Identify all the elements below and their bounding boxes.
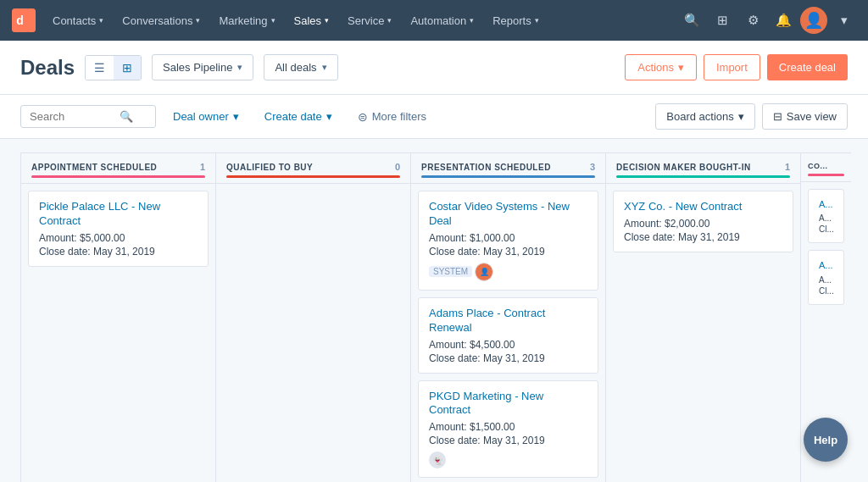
col-header-appointment: APPOINTMENT SCHEDULED 1 bbox=[21, 153, 215, 184]
import-button[interactable]: Import bbox=[704, 54, 760, 80]
all-deals-dropdown[interactable]: All deals ▾ bbox=[264, 54, 337, 80]
col-body-partial: A... A... Cl... A... A... Cl... bbox=[801, 182, 851, 312]
deal-avatar: 👤 bbox=[475, 263, 493, 281]
create-date-filter[interactable]: Create date ▾ bbox=[256, 105, 341, 128]
col-body-qualified bbox=[216, 184, 410, 482]
col-bar-qualified bbox=[226, 175, 400, 178]
notifications-icon-btn[interactable]: 🔔 bbox=[770, 7, 797, 34]
col-body-appointment: Pickle Palace LLC - New Contract Amount:… bbox=[21, 184, 215, 482]
nav-marketing[interactable]: Marketing ▾ bbox=[210, 9, 283, 32]
nav-contacts-chevron: ▾ bbox=[99, 16, 103, 25]
search-icon: 🔍 bbox=[120, 110, 133, 123]
deal-icon-footer: 👻 bbox=[429, 452, 587, 468]
column-qualified-to-buy: QUALIFIED TO BUY 0 Total: $0 bbox=[215, 152, 410, 482]
header-actions: Actions ▾ Import Create deal bbox=[625, 54, 848, 80]
deal-card[interactable]: Adams Place - Contract Renewal Amount: $… bbox=[418, 297, 598, 374]
help-button[interactable]: Help bbox=[804, 418, 848, 462]
filters-right: Board actions ▾ ⊟ Save view bbox=[655, 103, 848, 130]
top-nav: d Contacts ▾ Conversations ▾ Marketing ▾… bbox=[0, 0, 868, 41]
column-presentation-scheduled: PRESENTATION SCHEDULED 3 Costar Video Sy… bbox=[410, 152, 605, 482]
more-filters-button[interactable]: ⊜ More filters bbox=[349, 105, 435, 129]
board-actions-button[interactable]: Board actions ▾ bbox=[655, 103, 755, 130]
col-header-partial: CO... bbox=[801, 153, 851, 182]
deal-avatar-label: SYSTEM bbox=[429, 266, 472, 277]
nav-right-actions: 🔍 ⊞ ⚙ 🔔 👤 ▾ bbox=[678, 7, 858, 34]
nav-marketing-chevron: ▾ bbox=[271, 16, 275, 25]
svg-rect-0 bbox=[12, 8, 36, 32]
app-logo: d bbox=[10, 7, 37, 34]
deal-owner-filter[interactable]: Deal owner ▾ bbox=[164, 105, 248, 128]
col-header-presentation: PRESENTATION SCHEDULED 3 bbox=[411, 153, 605, 184]
col-bar-decision bbox=[616, 175, 790, 178]
search-icon-btn[interactable]: 🔍 bbox=[678, 7, 705, 34]
column-appointment-scheduled: APPOINTMENT SCHEDULED 1 Pickle Palace LL… bbox=[20, 152, 215, 482]
col-header-decision: DECISION MAKER BOUGHT-IN 1 bbox=[606, 153, 800, 184]
deal-card[interactable]: Costar Video Systems - New Deal Amount: … bbox=[418, 191, 598, 291]
col-bar-presentation bbox=[421, 175, 595, 178]
nav-service[interactable]: Service ▾ bbox=[339, 9, 400, 32]
save-icon: ⊟ bbox=[773, 110, 782, 123]
nav-automation-chevron: ▾ bbox=[470, 16, 474, 25]
col-bar-partial bbox=[808, 174, 844, 176]
create-deal-button[interactable]: Create deal bbox=[767, 54, 848, 80]
deal-card-partial-2[interactable]: A... A... Cl... bbox=[808, 250, 844, 304]
svg-text:d: d bbox=[16, 14, 24, 27]
deal-owner-chevron-icon: ▾ bbox=[233, 110, 239, 123]
search-wrap: 🔍 bbox=[20, 105, 156, 128]
search-input[interactable] bbox=[30, 110, 114, 123]
view-toggle: ☰ ⊞ bbox=[85, 55, 142, 80]
ghost-icon: 👻 bbox=[429, 452, 446, 468]
page-title: Deals bbox=[20, 56, 75, 80]
nav-conversations[interactable]: Conversations ▾ bbox=[114, 9, 209, 32]
list-view-btn[interactable]: ☰ bbox=[86, 56, 114, 80]
nav-reports-chevron: ▾ bbox=[535, 16, 539, 25]
board-actions-chevron-icon: ▾ bbox=[738, 110, 744, 123]
board-view-btn[interactable]: ⊞ bbox=[114, 56, 141, 80]
save-view-button[interactable]: ⊟ Save view bbox=[762, 103, 848, 130]
nav-reports[interactable]: Reports ▾ bbox=[484, 9, 548, 32]
col-header-qualified: QUALIFIED TO BUY 0 bbox=[216, 153, 410, 184]
nav-conversations-chevron: ▾ bbox=[196, 16, 200, 25]
pipeline-dropdown[interactable]: Sales Pipeline ▾ bbox=[152, 54, 253, 80]
deal-card[interactable]: XYZ Co. - New Contract Amount: $2,000.00… bbox=[613, 191, 793, 252]
settings-icon-btn[interactable]: ⚙ bbox=[739, 7, 766, 34]
create-date-chevron-icon: ▾ bbox=[326, 110, 332, 123]
actions-chevron-icon: ▾ bbox=[678, 61, 684, 74]
column-decision-maker: DECISION MAKER BOUGHT-IN 1 XYZ Co. - New… bbox=[605, 152, 800, 482]
marketplace-icon-btn[interactable]: ⊞ bbox=[709, 7, 736, 34]
nav-menu: Contacts ▾ Conversations ▾ Marketing ▾ S… bbox=[44, 9, 678, 32]
nav-contacts[interactable]: Contacts ▾ bbox=[44, 9, 112, 32]
nav-sales-chevron: ▾ bbox=[325, 16, 329, 25]
deal-card-partial-1[interactable]: A... A... Cl... bbox=[808, 189, 844, 243]
user-avatar[interactable]: 👤 bbox=[800, 7, 827, 34]
col-body-decision: XYZ Co. - New Contract Amount: $2,000.00… bbox=[606, 184, 800, 482]
col-body-presentation: Costar Video Systems - New Deal Amount: … bbox=[411, 184, 605, 482]
filters-bar: 🔍 Deal owner ▾ Create date ▾ ⊜ More filt… bbox=[0, 95, 868, 139]
page-header: Deals ☰ ⊞ Sales Pipeline ▾ All deals ▾ A… bbox=[0, 41, 868, 95]
all-deals-chevron-icon: ▾ bbox=[322, 62, 327, 73]
deal-avatars: SYSTEM 👤 bbox=[429, 263, 587, 281]
nav-service-chevron: ▾ bbox=[387, 16, 392, 25]
filter-icon: ⊜ bbox=[358, 110, 368, 124]
actions-button[interactable]: Actions ▾ bbox=[625, 54, 697, 80]
account-chevron-icon[interactable]: ▾ bbox=[831, 7, 858, 34]
deal-card[interactable]: PKGD Marketing - New Contract Amount: $1… bbox=[418, 380, 598, 479]
nav-automation[interactable]: Automation ▾ bbox=[402, 9, 482, 32]
col-bar-appointment bbox=[31, 175, 205, 178]
deals-board: APPOINTMENT SCHEDULED 1 Pickle Palace LL… bbox=[0, 139, 868, 482]
nav-sales[interactable]: Sales ▾ bbox=[286, 9, 338, 32]
deal-card[interactable]: Pickle Palace LLC - New Contract Amount:… bbox=[28, 191, 209, 267]
pipeline-chevron-icon: ▾ bbox=[237, 62, 242, 73]
